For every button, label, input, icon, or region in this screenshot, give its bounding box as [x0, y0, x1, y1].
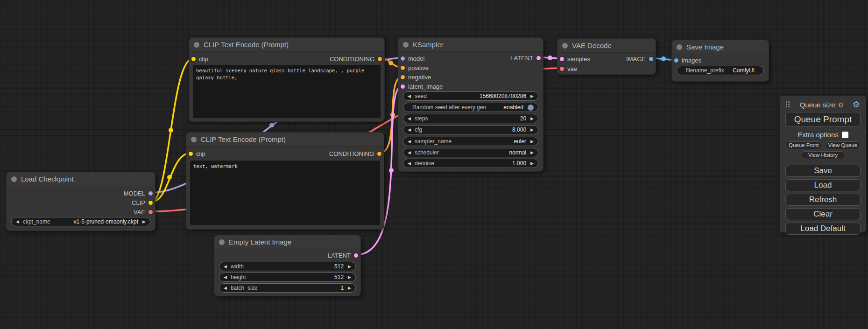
increment-arrow-icon[interactable]: ▶ — [530, 140, 534, 144]
widget-value: 512 — [334, 274, 344, 280]
filename_prefix-widget[interactable]: filename_prefixComfyUI — [677, 66, 764, 75]
decrement-arrow-icon[interactable]: ◀ — [408, 94, 411, 98]
queue-prompt-button[interactable]: Queue Prompt — [785, 112, 861, 126]
denoise-widget[interactable]: ◀denoise1.000▶ — [403, 159, 538, 168]
LATENT-output-port[interactable]: LATENT — [510, 54, 541, 62]
VAE-output-port[interactable]: VAE — [134, 208, 153, 216]
drag-handle-icon[interactable] — [786, 101, 790, 108]
MODEL-output-port[interactable]: MODEL — [124, 189, 153, 197]
increment-arrow-icon[interactable]: ▶ — [348, 275, 351, 280]
view-queue-button[interactable]: View Queue — [825, 141, 861, 149]
increment-arrow-icon[interactable]: ▶ — [348, 265, 351, 269]
sampler_name-widget[interactable]: ◀sampler_nameeuler▶ — [403, 137, 538, 146]
LATENT-output-dot[interactable] — [536, 56, 541, 60]
latent_image-input-dot[interactable] — [401, 84, 405, 89]
clip-input-port[interactable]: clip — [189, 150, 205, 157]
positive-input-dot[interactable] — [401, 66, 405, 70]
ckpt_name-widget[interactable]: ◀ckpt_namev1-5-pruned-emaonly.ckpt▶ — [11, 217, 150, 226]
MODEL-output-dot[interactable] — [148, 191, 153, 196]
clip-input-dot[interactable] — [191, 57, 196, 61]
collapse-dot-icon[interactable] — [191, 137, 197, 142]
load-default-button[interactable]: Load Default — [785, 223, 861, 235]
decrement-arrow-icon[interactable]: ◀ — [224, 265, 227, 269]
images-input-port[interactable]: images — [674, 56, 701, 64]
steps-widget[interactable]: ◀steps20▶ — [403, 114, 538, 123]
negative-input-dot[interactable] — [401, 75, 405, 79]
decrement-arrow-icon[interactable]: ◀ — [408, 161, 411, 166]
vae-input-port[interactable]: vae — [560, 65, 577, 72]
queue-front-button[interactable]: Queue Front — [785, 141, 822, 149]
LATENT-output-port[interactable]: LATENT — [328, 252, 358, 259]
CONDITIONING-output-dot[interactable] — [378, 57, 382, 61]
prompt-textarea[interactable]: beautiful scenery nature glass bottle la… — [193, 65, 381, 118]
CONDITIONING-output-port[interactable]: CONDITIONING — [329, 150, 381, 157]
clip-input-port[interactable]: clip — [191, 55, 208, 63]
batch_size-widget[interactable]: ◀batch_size1▶ — [219, 283, 356, 293]
increment-arrow-icon[interactable]: ▶ — [530, 117, 534, 121]
node-clip-text-encode-negative[interactable]: CLIP Text Encode (Prompt)clipCONDITIONIN… — [186, 132, 384, 230]
width-widget[interactable]: ◀width512▶ — [219, 262, 356, 271]
extra-options-checkbox[interactable] — [842, 132, 848, 138]
IMAGE-output-port[interactable]: IMAGE — [626, 55, 653, 63]
prompt-textarea[interactable]: text, watermark — [190, 161, 380, 225]
CLIP-output-dot[interactable] — [148, 201, 153, 205]
VAE-output-dot[interactable] — [148, 210, 153, 214]
decrement-arrow-icon[interactable]: ◀ — [224, 275, 227, 280]
samples-input-port[interactable]: samples — [560, 55, 590, 63]
scheduler-widget[interactable]: ◀schedulernormal▶ — [403, 148, 538, 157]
refresh-button[interactable]: Refresh — [785, 194, 861, 206]
save-button[interactable]: Save — [785, 165, 861, 177]
Random seed after every gen-widget[interactable]: Random seed after every genenabled — [403, 103, 538, 112]
view-history-button[interactable]: View History — [801, 151, 845, 159]
decrement-arrow-icon[interactable]: ◀ — [408, 151, 411, 155]
seed-widget[interactable]: ◀seed156680208700286▶ — [403, 91, 538, 101]
widget-label: cfg — [415, 126, 422, 133]
node-load-checkpoint[interactable]: Load CheckpointMODELCLIPVAE◀ckpt_namev1-… — [6, 172, 155, 231]
decrement-arrow-icon[interactable]: ◀ — [408, 128, 411, 132]
collapse-dot-icon[interactable] — [11, 176, 17, 182]
CLIP-output-port[interactable]: CLIP — [132, 199, 153, 206]
increment-arrow-icon[interactable]: ▶ — [530, 94, 534, 98]
graph-canvas[interactable]: Load CheckpointMODELCLIPVAE◀ckpt_namev1-… — [0, 0, 868, 329]
decrement-arrow-icon[interactable]: ◀ — [408, 117, 411, 121]
height-widget[interactable]: ◀height512▶ — [219, 273, 356, 282]
node-vae-decode[interactable]: VAE DecodesamplesvaeIMAGE — [557, 38, 656, 75]
collapse-dot-icon[interactable] — [562, 43, 568, 49]
node-empty-latent-image[interactable]: Empty Latent ImageLATENT◀width512▶◀heigh… — [214, 235, 361, 296]
node-ksampler[interactable]: KSamplermodelpositivenegativelatent_imag… — [398, 37, 543, 172]
increment-arrow-icon[interactable]: ▶ — [530, 128, 534, 132]
increment-arrow-icon[interactable]: ▶ — [348, 286, 351, 290]
CONDITIONING-output-port[interactable]: CONDITIONING — [330, 55, 382, 63]
decrement-arrow-icon[interactable]: ◀ — [224, 286, 227, 290]
LATENT-output-dot[interactable] — [354, 253, 358, 258]
node-title: CLIP Text Encode (Prompt) — [186, 133, 384, 147]
toggle-circle-icon[interactable] — [528, 105, 534, 111]
negative-input-port[interactable]: negative — [401, 73, 431, 81]
samples-input-dot[interactable] — [560, 57, 564, 61]
node-clip-text-encode-positive[interactable]: CLIP Text Encode (Prompt)clipCONDITIONIN… — [189, 37, 385, 122]
decrement-arrow-icon[interactable]: ◀ — [408, 140, 411, 144]
cfg-widget[interactable]: ◀cfg8.000▶ — [403, 125, 538, 134]
vae-input-dot[interactable] — [560, 67, 564, 71]
collapse-dot-icon[interactable] — [219, 239, 225, 245]
model-input-port[interactable]: model — [401, 55, 424, 62]
collapse-dot-icon[interactable] — [403, 42, 409, 48]
CONDITIONING-output-dot[interactable] — [377, 152, 381, 156]
clip-input-dot[interactable] — [189, 152, 193, 156]
collapse-dot-icon[interactable] — [677, 44, 682, 50]
IMAGE-output-dot[interactable] — [649, 57, 653, 61]
images-input-dot[interactable] — [674, 58, 678, 63]
settings-gear-icon[interactable]: ⚙ — [853, 100, 860, 109]
latent_image-input-port[interactable]: latent_image — [401, 83, 443, 90]
increment-arrow-icon[interactable]: ▶ — [530, 161, 534, 166]
node-save-image[interactable]: Save Imageimagesfilename_prefixComfyUI — [671, 40, 769, 82]
clear-button[interactable]: Clear — [785, 208, 861, 220]
decrement-arrow-icon[interactable]: ◀ — [16, 220, 19, 224]
collapse-dot-icon[interactable] — [194, 42, 199, 48]
increment-arrow-icon[interactable]: ▶ — [530, 151, 534, 155]
load-button[interactable]: Load — [785, 179, 861, 191]
node-title: CLIP Text Encode (Prompt) — [189, 38, 384, 52]
model-input-dot[interactable] — [401, 56, 405, 61]
positive-input-port[interactable]: positive — [401, 64, 429, 71]
increment-arrow-icon[interactable]: ▶ — [142, 220, 146, 224]
